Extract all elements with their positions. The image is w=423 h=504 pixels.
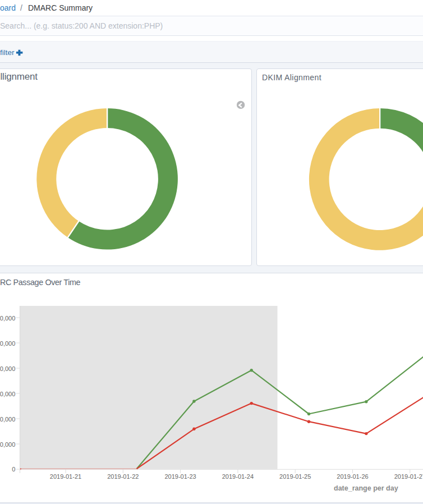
svg-text:date_range per day: date_range per day [334,484,398,492]
svg-text:150,000: 150,000 [0,391,15,397]
svg-text:250,000: 250,000 [0,340,15,347]
svg-text:2019-01-24: 2019-01-24 [222,473,254,480]
svg-text:2019-01-23: 2019-01-23 [164,473,196,480]
svg-text:0: 0 [12,466,15,473]
svg-text:50,000: 50,000 [0,441,15,448]
svg-text:200,000: 200,000 [0,365,15,372]
svg-text:2019-01-25: 2019-01-25 [279,473,311,480]
svg-text:2019-01-26: 2019-01-26 [337,473,368,480]
svg-text:2019-01-22: 2019-01-22 [107,473,139,480]
svg-text:100,000: 100,000 [0,416,15,423]
svg-text:2019-01-27: 2019-01-27 [394,473,423,480]
svg-text:300,000: 300,000 [0,315,15,322]
svg-text:2019-01-21: 2019-01-21 [50,473,81,480]
